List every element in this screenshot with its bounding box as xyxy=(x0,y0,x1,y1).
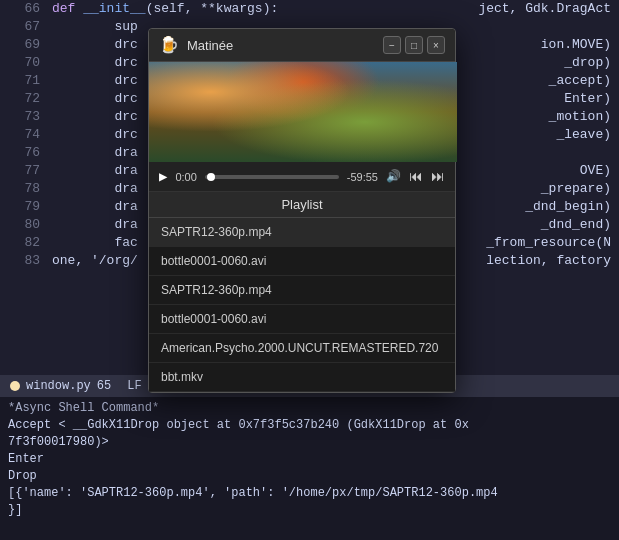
video-area xyxy=(149,62,457,162)
media-player[interactable]: 🍺 Matinée − □ × ▶ 0:00 -59:55 🔊 ⏮ ⏭ xyxy=(148,28,456,393)
terminal-line-4: Drop xyxy=(8,468,611,485)
playlist-items: SAPTR12-360p.mp4 bottle0001-0060.avi SAP… xyxy=(149,218,455,392)
time-current: 0:00 xyxy=(175,171,196,183)
playback-controls: ▶ 0:00 -59:55 🔊 ⏮ ⏭ xyxy=(149,162,455,192)
minimize-button[interactable]: − xyxy=(383,36,401,54)
playlist-header: Playlist xyxy=(149,192,455,218)
playlist-item-3[interactable]: bottle0001-0060.avi xyxy=(149,305,455,334)
player-title-left: 🍺 Matinée xyxy=(159,35,233,55)
progress-bar[interactable] xyxy=(205,175,339,179)
time-remaining: -59:55 xyxy=(347,171,378,183)
beer-icon: 🍺 xyxy=(159,35,179,55)
playlist-item-2[interactable]: SAPTR12-360p.mp4 xyxy=(149,276,455,305)
player-titlebar: 🍺 Matinée − □ × xyxy=(149,29,455,62)
play-button[interactable]: ▶ xyxy=(159,168,167,185)
player-window-controls: − □ × xyxy=(383,36,445,54)
status-filename: window.py xyxy=(26,379,91,393)
skip-forward-button[interactable]: ⏭ xyxy=(431,169,445,185)
close-button[interactable]: × xyxy=(427,36,445,54)
playlist-item-5[interactable]: bbt.mkv xyxy=(149,363,455,392)
maximize-button[interactable]: □ xyxy=(405,36,423,54)
playlist-item-1[interactable]: bottle0001-0060.avi xyxy=(149,247,455,276)
player-title: Matinée xyxy=(187,38,233,53)
progress-handle[interactable] xyxy=(207,173,215,181)
status-dot xyxy=(10,381,20,391)
terminal-line-3: Enter xyxy=(8,451,611,468)
code-line-66: 66 def __init__(self, **kwargs): ject, G… xyxy=(0,0,619,18)
video-thumbnail xyxy=(149,62,457,162)
terminal: *Async Shell Command* Accept < __GdkX11D… xyxy=(0,397,619,540)
terminal-title: *Async Shell Command* xyxy=(8,401,611,415)
status-line: 65 xyxy=(97,379,111,393)
volume-icon[interactable]: 🔊 xyxy=(386,169,401,184)
skip-back-button[interactable]: ⏮ xyxy=(409,169,423,185)
terminal-line-6: }] xyxy=(8,502,611,519)
playlist-item-4[interactable]: American.Psycho.2000.UNCUT.REMASTERED.72… xyxy=(149,334,455,363)
status-file-info: window.py 65 xyxy=(10,379,111,393)
terminal-line-2: 7f3f00017980)> xyxy=(8,434,611,451)
terminal-line-1: Accept < __GdkX11Drop object at 0x7f3f5c… xyxy=(8,417,611,434)
playlist-item-0[interactable]: SAPTR12-360p.mp4 xyxy=(149,218,455,247)
terminal-line-5: [{'name': 'SAPTR12-360p.mp4', 'path': '/… xyxy=(8,485,611,502)
